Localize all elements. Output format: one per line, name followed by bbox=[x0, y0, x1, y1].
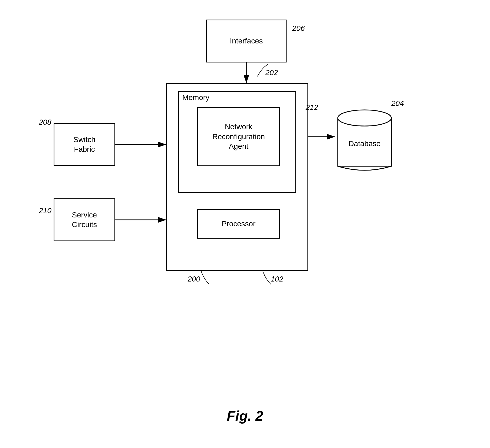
switch-fabric-label: Switch Fabric bbox=[73, 135, 95, 154]
diagram-container: Interfaces 206 Memory Network Reconfigur… bbox=[0, 0, 490, 448]
fig-label: Fig. 2 bbox=[227, 408, 263, 424]
service-circuits-box: Service Circuits bbox=[54, 198, 115, 241]
ref-102: 102 bbox=[271, 275, 283, 283]
database-container: Database bbox=[335, 102, 394, 182]
service-circuits-label: Service Circuits bbox=[72, 210, 97, 230]
interfaces-box: Interfaces bbox=[206, 20, 287, 62]
svg-point-8 bbox=[338, 110, 391, 126]
ref-200: 200 bbox=[188, 275, 200, 283]
nra-box: Network Reconfiguration Agent bbox=[197, 107, 280, 166]
database-svg: Database bbox=[335, 107, 394, 177]
nra-label: Network Reconfiguration Agent bbox=[212, 122, 265, 151]
interfaces-label: Interfaces bbox=[230, 36, 263, 46]
ref-206: 206 bbox=[292, 24, 305, 33]
svg-text:Database: Database bbox=[348, 139, 381, 148]
ref-204: 204 bbox=[391, 99, 404, 108]
ref-208: 208 bbox=[39, 118, 51, 127]
ref-210: 210 bbox=[39, 206, 51, 215]
processor-label: Processor bbox=[222, 219, 255, 229]
ref-202: 202 bbox=[265, 68, 278, 77]
switch-fabric-box: Switch Fabric bbox=[54, 123, 115, 166]
memory-label: Memory bbox=[182, 93, 209, 102]
ref-212: 212 bbox=[306, 103, 318, 112]
processor-box: Processor bbox=[197, 209, 280, 239]
